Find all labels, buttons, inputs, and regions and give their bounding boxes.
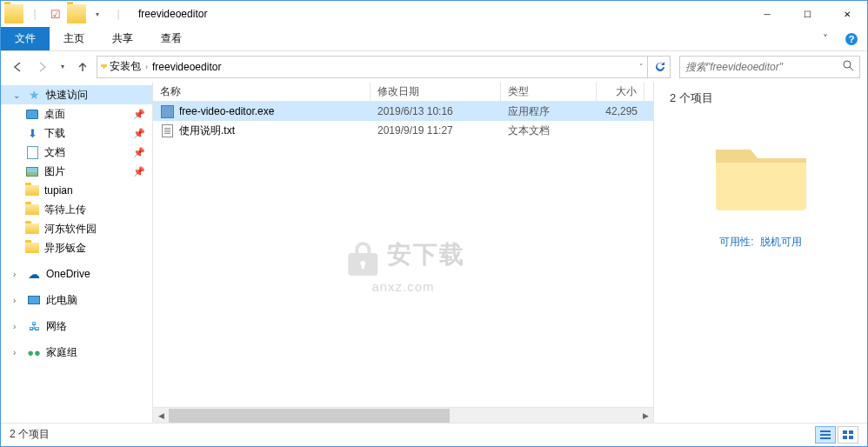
file-size: 42,295	[597, 105, 644, 117]
svg-rect-9	[820, 437, 831, 439]
file-name: free-video-editor.exe	[179, 105, 274, 117]
sidebar-label: 家庭组	[46, 345, 77, 360]
sidebar-documents[interactable]: 文档 📌	[1, 143, 152, 162]
tab-share[interactable]: 共享	[98, 27, 147, 50]
scroll-left-icon[interactable]: ◀	[153, 409, 169, 423]
sidebar-downloads[interactable]: ⬇ 下载 📌	[1, 123, 152, 143]
availability-label: 可用性:	[719, 236, 753, 248]
chevron-right-icon[interactable]: ›	[13, 296, 22, 305]
chevron-right-icon[interactable]: ›	[145, 63, 148, 71]
qat-dropdown-icon[interactable]: ▾	[88, 4, 107, 23]
breadcrumb-seg[interactable]: freevideoeditor	[150, 61, 224, 73]
folder-icon	[25, 183, 39, 197]
sidebar-tupian[interactable]: tupian	[1, 181, 152, 200]
col-size[interactable]: 大小	[597, 82, 644, 101]
file-row[interactable]: 使用说明.txt2019/9/19 11:27文本文档	[153, 121, 653, 140]
search-box[interactable]	[679, 56, 860, 78]
network-icon: 🖧	[27, 319, 41, 333]
sidebar-onedrive[interactable]: › ☁ OneDrive	[1, 264, 152, 284]
file-type: 文本文档	[501, 123, 597, 138]
address-dropdown-icon[interactable]: ˅	[639, 63, 644, 71]
refresh-button[interactable]	[648, 56, 671, 78]
star-icon: ★	[27, 88, 41, 102]
preview-pane: 2 个项目 可用性: 脱机可用	[653, 82, 867, 423]
help-icon[interactable]: ?	[841, 27, 862, 50]
col-date[interactable]: 修改日期	[371, 82, 501, 101]
sidebar-label: tupian	[44, 184, 73, 197]
availability-value: 脱机可用	[760, 236, 802, 248]
svg-rect-8	[820, 434, 831, 436]
divider-icon: |	[109, 4, 128, 23]
address-bar[interactable]: › 安装包 › freevideoeditor ˅	[97, 56, 648, 78]
sidebar-desktop[interactable]: 桌面 📌	[1, 104, 152, 123]
status-text: 2 个项目	[10, 427, 50, 442]
scroll-right-icon[interactable]: ▶	[638, 409, 653, 423]
file-type: 应用程序	[501, 104, 597, 119]
navigation-bar: ▾ › 安装包 › freevideoeditor ˅	[1, 51, 867, 82]
cloud-icon: ☁	[27, 267, 41, 281]
minimize-button[interactable]: ─	[747, 1, 787, 27]
maximize-button[interactable]: ☐	[787, 1, 827, 27]
sidebar-label: 下载	[44, 126, 65, 141]
sidebar-label: 快速访问	[46, 88, 88, 103]
sidebar-pictures[interactable]: 图片 📌	[1, 162, 152, 181]
horizontal-scrollbar[interactable]: ◀ ▶	[153, 407, 653, 423]
divider-icon: |	[25, 4, 44, 23]
back-button[interactable]	[8, 57, 29, 77]
preview-count: 2 个项目	[670, 90, 713, 106]
file-date: 2019/9/19 11:27	[371, 124, 501, 137]
pin-icon: 📌	[133, 147, 145, 158]
svg-rect-10	[843, 430, 847, 434]
navigation-pane: ⌄ ★ 快速访问 桌面 📌 ⬇ 下载 📌 文档 📌 图片 📌 tupian	[1, 82, 153, 423]
file-name: 使用说明.txt	[179, 123, 235, 138]
sidebar-label: 此电脑	[46, 293, 77, 308]
column-headers: 名称 修改日期 类型 大小	[153, 82, 653, 102]
checkbox-icon[interactable]: ☑	[46, 4, 65, 23]
sidebar-label: 河东软件园	[44, 222, 97, 237]
view-icons-button[interactable]	[838, 426, 858, 444]
tab-home[interactable]: 主页	[50, 27, 98, 50]
breadcrumb-seg[interactable]: 安装包	[107, 59, 144, 74]
chevron-right-icon[interactable]: ›	[13, 348, 22, 357]
sidebar-label: 桌面	[44, 107, 65, 122]
up-button[interactable]	[72, 57, 93, 77]
homegroup-icon: ●●	[27, 345, 41, 359]
sidebar-network[interactable]: › 🖧 网络	[1, 317, 152, 336]
status-bar: 2 个项目	[1, 423, 867, 445]
download-icon: ⬇	[25, 126, 39, 140]
sidebar-label: 图片	[44, 164, 65, 179]
chevron-down-icon[interactable]: ⌄	[13, 90, 22, 100]
sidebar-thispc[interactable]: › 此电脑	[1, 290, 152, 310]
folder-icon	[4, 4, 23, 23]
close-button[interactable]: ✕	[827, 1, 867, 27]
sidebar-pending[interactable]: 等待上传	[1, 200, 152, 219]
sidebar-label: OneDrive	[46, 268, 90, 280]
tab-file[interactable]: 文件	[1, 27, 50, 50]
folder-icon	[25, 203, 39, 217]
col-type[interactable]: 类型	[501, 82, 597, 101]
search-input[interactable]	[685, 61, 842, 73]
search-icon[interactable]	[842, 59, 854, 74]
forward-button[interactable]	[32, 57, 53, 77]
file-row[interactable]: free-video-editor.exe2019/6/13 10:16应用程序…	[153, 102, 653, 121]
recent-dropdown-icon[interactable]: ▾	[57, 57, 69, 77]
ribbon-expand-icon[interactable]: ˅	[815, 27, 836, 50]
view-details-button[interactable]	[815, 426, 836, 444]
sidebar-label: 等待上传	[44, 203, 86, 217]
scroll-thumb[interactable]	[169, 409, 450, 423]
sidebar-hedong[interactable]: 河东软件园	[1, 219, 152, 238]
col-name[interactable]: 名称	[153, 82, 371, 101]
sidebar-yixing[interactable]: 异形钣金	[1, 238, 152, 257]
folder-small-icon[interactable]	[67, 4, 86, 23]
sidebar-homegroup[interactable]: › ●● 家庭组	[1, 343, 152, 362]
sidebar-label: 文档	[44, 145, 65, 160]
tab-view[interactable]: 查看	[147, 27, 196, 50]
chevron-right-icon[interactable]: ›	[13, 270, 22, 279]
folder-icon	[25, 241, 39, 255]
chevron-right-icon[interactable]: ›	[13, 322, 22, 331]
quick-access-toolbar: | ☑ ▾ |	[1, 4, 131, 23]
pin-icon: 📌	[133, 128, 145, 139]
document-icon	[25, 145, 39, 159]
sidebar-quick-access[interactable]: ⌄ ★ 快速访问	[1, 85, 152, 104]
file-rows: free-video-editor.exe2019/6/13 10:16应用程序…	[153, 102, 653, 407]
